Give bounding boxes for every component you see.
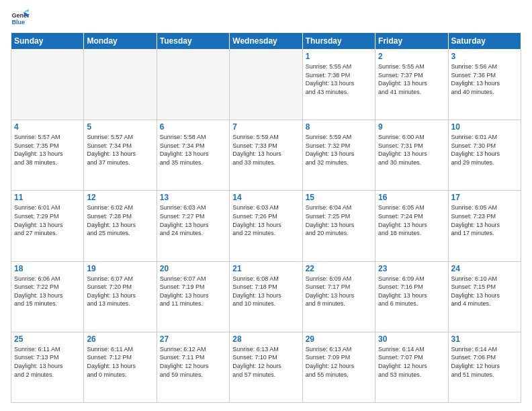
day-info: Sunrise: 6:05 AM Sunset: 7:24 PM Dayligh… (378, 203, 445, 237)
day-number: 6 (160, 122, 226, 132)
calendar-cell (157, 50, 229, 120)
day-info: Sunrise: 6:11 AM Sunset: 7:13 PM Dayligh… (14, 345, 81, 379)
calendar-cell: 24Sunrise: 6:10 AM Sunset: 7:15 PM Dayli… (448, 261, 521, 332)
day-info: Sunrise: 6:13 AM Sunset: 7:10 PM Dayligh… (232, 345, 299, 379)
calendar-cell: 10Sunrise: 6:01 AM Sunset: 7:30 PM Dayli… (448, 120, 521, 191)
day-info: Sunrise: 5:55 AM Sunset: 7:37 PM Dayligh… (378, 62, 445, 96)
calendar-cell: 20Sunrise: 6:07 AM Sunset: 7:19 PM Dayli… (157, 261, 229, 332)
day-info: Sunrise: 5:59 AM Sunset: 7:32 PM Dayligh… (306, 133, 372, 167)
day-number: 19 (87, 264, 153, 273)
calendar-cell: 15Sunrise: 6:04 AM Sunset: 7:25 PM Dayli… (302, 191, 375, 261)
day-number: 3 (451, 52, 518, 61)
calendar-cell: 11Sunrise: 6:01 AM Sunset: 7:29 PM Dayli… (11, 191, 84, 261)
day-number: 15 (306, 193, 372, 202)
calendar-cell (84, 50, 157, 120)
day-header-monday: Monday (84, 33, 157, 50)
calendar-cell: 25Sunrise: 6:11 AM Sunset: 7:13 PM Dayli… (11, 332, 84, 402)
day-number: 4 (14, 122, 81, 132)
day-info: Sunrise: 6:02 AM Sunset: 7:28 PM Dayligh… (87, 203, 153, 237)
day-number: 31 (451, 334, 518, 344)
day-info: Sunrise: 6:03 AM Sunset: 7:26 PM Dayligh… (232, 203, 299, 237)
day-header-thursday: Thursday (302, 33, 375, 50)
calendar-cell: 14Sunrise: 6:03 AM Sunset: 7:26 PM Dayli… (230, 191, 302, 261)
day-info: Sunrise: 5:55 AM Sunset: 7:38 PM Dayligh… (306, 62, 372, 96)
logo: General Blue (11, 8, 32, 27)
day-header-sunday: Sunday (11, 33, 84, 50)
header: General Blue (11, 8, 521, 27)
calendar-cell: 12Sunrise: 6:02 AM Sunset: 7:28 PM Dayli… (84, 191, 157, 261)
day-info: Sunrise: 5:57 AM Sunset: 7:35 PM Dayligh… (14, 133, 81, 167)
day-number: 30 (378, 334, 445, 344)
day-number: 18 (14, 264, 81, 273)
day-number: 13 (160, 193, 226, 202)
day-info: Sunrise: 6:08 AM Sunset: 7:18 PM Dayligh… (232, 275, 299, 308)
calendar-cell: 1Sunrise: 5:55 AM Sunset: 7:38 PM Daylig… (302, 50, 375, 120)
day-number: 28 (232, 334, 299, 344)
calendar-cell: 4Sunrise: 5:57 AM Sunset: 7:35 PM Daylig… (11, 120, 84, 191)
day-header-wednesday: Wednesday (230, 33, 302, 50)
day-number: 22 (306, 264, 372, 273)
day-number: 11 (14, 193, 81, 202)
day-number: 26 (87, 334, 153, 344)
day-info: Sunrise: 6:13 AM Sunset: 7:09 PM Dayligh… (306, 345, 372, 379)
svg-text:Blue: Blue (11, 19, 25, 26)
calendar-cell: 30Sunrise: 6:14 AM Sunset: 7:07 PM Dayli… (375, 332, 448, 402)
day-info: Sunrise: 6:14 AM Sunset: 7:07 PM Dayligh… (378, 345, 445, 379)
calendar-cell: 27Sunrise: 6:12 AM Sunset: 7:11 PM Dayli… (157, 332, 229, 402)
day-header-tuesday: Tuesday (157, 33, 229, 50)
day-number: 27 (160, 334, 226, 344)
day-info: Sunrise: 6:12 AM Sunset: 7:11 PM Dayligh… (160, 345, 226, 379)
day-number: 10 (451, 122, 518, 132)
calendar-cell (11, 50, 84, 120)
day-number: 20 (160, 264, 226, 273)
day-info: Sunrise: 6:03 AM Sunset: 7:27 PM Dayligh… (160, 203, 226, 237)
calendar-cell: 28Sunrise: 6:13 AM Sunset: 7:10 PM Dayli… (230, 332, 302, 402)
day-header-saturday: Saturday (448, 33, 521, 50)
day-info: Sunrise: 6:14 AM Sunset: 7:06 PM Dayligh… (451, 345, 518, 379)
calendar-table: SundayMondayTuesdayWednesdayThursdayFrid… (11, 32, 521, 403)
logo-icon: General Blue (11, 8, 30, 27)
calendar-cell: 21Sunrise: 6:08 AM Sunset: 7:18 PM Dayli… (230, 261, 302, 332)
calendar-cell: 31Sunrise: 6:14 AM Sunset: 7:06 PM Dayli… (448, 332, 521, 402)
day-info: Sunrise: 6:01 AM Sunset: 7:30 PM Dayligh… (451, 133, 518, 167)
calendar-cell: 9Sunrise: 6:00 AM Sunset: 7:31 PM Daylig… (375, 120, 448, 191)
day-info: Sunrise: 6:09 AM Sunset: 7:17 PM Dayligh… (306, 275, 372, 308)
day-number: 2 (378, 52, 445, 61)
day-info: Sunrise: 6:10 AM Sunset: 7:15 PM Dayligh… (451, 275, 518, 308)
calendar-cell: 13Sunrise: 6:03 AM Sunset: 7:27 PM Dayli… (157, 191, 229, 261)
day-info: Sunrise: 6:09 AM Sunset: 7:16 PM Dayligh… (378, 275, 445, 308)
day-number: 5 (87, 122, 153, 132)
calendar-cell: 17Sunrise: 6:05 AM Sunset: 7:23 PM Dayli… (448, 191, 521, 261)
day-number: 23 (378, 264, 445, 273)
day-info: Sunrise: 6:06 AM Sunset: 7:22 PM Dayligh… (14, 275, 81, 308)
day-info: Sunrise: 5:59 AM Sunset: 7:33 PM Dayligh… (232, 133, 299, 167)
calendar-cell: 23Sunrise: 6:09 AM Sunset: 7:16 PM Dayli… (375, 261, 448, 332)
day-number: 9 (378, 122, 445, 132)
day-info: Sunrise: 6:07 AM Sunset: 7:20 PM Dayligh… (87, 275, 153, 308)
day-info: Sunrise: 5:56 AM Sunset: 7:36 PM Dayligh… (451, 62, 518, 96)
day-number: 25 (14, 334, 81, 344)
calendar-cell: 6Sunrise: 5:58 AM Sunset: 7:34 PM Daylig… (157, 120, 229, 191)
calendar-cell: 18Sunrise: 6:06 AM Sunset: 7:22 PM Dayli… (11, 261, 84, 332)
day-number: 12 (87, 193, 153, 202)
day-info: Sunrise: 5:58 AM Sunset: 7:34 PM Dayligh… (160, 133, 226, 167)
day-info: Sunrise: 6:05 AM Sunset: 7:23 PM Dayligh… (451, 203, 518, 237)
calendar-cell: 26Sunrise: 6:11 AM Sunset: 7:12 PM Dayli… (84, 332, 157, 402)
calendar-cell (230, 50, 302, 120)
calendar-cell: 5Sunrise: 5:57 AM Sunset: 7:34 PM Daylig… (84, 120, 157, 191)
day-number: 21 (232, 264, 299, 273)
calendar-cell: 7Sunrise: 5:59 AM Sunset: 7:33 PM Daylig… (230, 120, 302, 191)
day-number: 17 (451, 193, 518, 202)
calendar-cell: 19Sunrise: 6:07 AM Sunset: 7:20 PM Dayli… (84, 261, 157, 332)
day-number: 29 (306, 334, 372, 344)
day-number: 1 (306, 52, 372, 61)
day-number: 8 (306, 122, 372, 132)
svg-marker-3 (24, 9, 29, 11)
day-number: 24 (451, 264, 518, 273)
calendar-cell: 16Sunrise: 6:05 AM Sunset: 7:24 PM Dayli… (375, 191, 448, 261)
day-info: Sunrise: 6:04 AM Sunset: 7:25 PM Dayligh… (306, 203, 372, 237)
calendar-cell: 22Sunrise: 6:09 AM Sunset: 7:17 PM Dayli… (302, 261, 375, 332)
day-header-friday: Friday (375, 33, 448, 50)
calendar-cell: 3Sunrise: 5:56 AM Sunset: 7:36 PM Daylig… (448, 50, 521, 120)
calendar-cell: 2Sunrise: 5:55 AM Sunset: 7:37 PM Daylig… (375, 50, 448, 120)
